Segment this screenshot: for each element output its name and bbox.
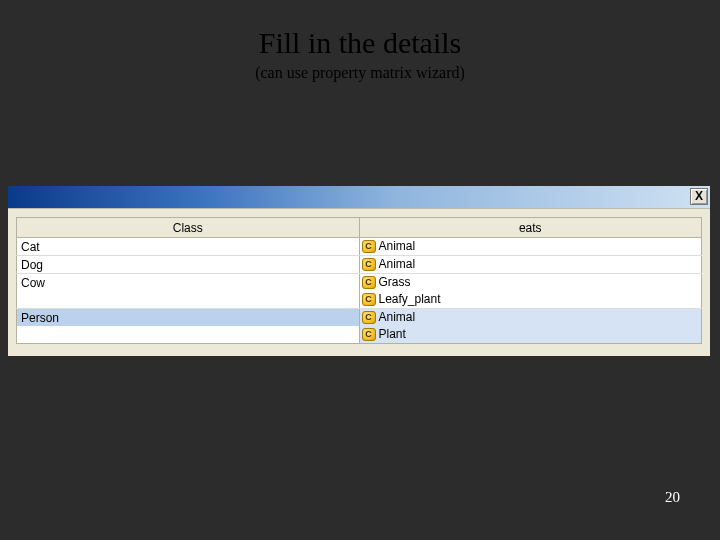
- eats-item[interactable]: CGrass: [360, 274, 702, 291]
- table-row[interactable]: CatCAnimal: [17, 238, 702, 256]
- class-icon-letter: C: [365, 313, 372, 322]
- property-matrix-window: X Class eats CatCAnimalDogCAnimalCowCGra…: [8, 186, 710, 356]
- eats-label: Animal: [379, 240, 416, 253]
- class-icon-letter: C: [365, 260, 372, 269]
- eats-item[interactable]: CAnimal: [360, 256, 702, 273]
- class-cell[interactable]: Cow: [17, 274, 359, 291]
- eats-label: Plant: [379, 328, 406, 341]
- page-number: 20: [665, 489, 680, 506]
- class-icon-letter: C: [365, 278, 372, 287]
- eats-label: Grass: [379, 276, 411, 289]
- eats-label: Animal: [379, 258, 416, 271]
- class-icon: C: [362, 293, 376, 306]
- eats-item[interactable]: CPlant: [360, 326, 702, 343]
- slide-subtitle: (can use property matrix wizard): [0, 64, 720, 82]
- class-icon: C: [362, 276, 376, 289]
- close-button[interactable]: X: [690, 188, 708, 205]
- eats-item[interactable]: CAnimal: [360, 238, 702, 255]
- class-cell[interactable]: Dog: [17, 256, 359, 273]
- eats-label: Animal: [379, 311, 416, 324]
- slide-title: Fill in the details: [0, 0, 720, 60]
- class-cell[interactable]: Cat: [17, 238, 359, 255]
- table-row[interactable]: DogCAnimal: [17, 256, 702, 274]
- table-row[interactable]: CowCGrassCLeafy_plant: [17, 274, 702, 309]
- column-header-eats[interactable]: eats: [359, 218, 702, 238]
- eats-item[interactable]: CLeafy_plant: [360, 291, 702, 308]
- class-icon-letter: C: [365, 295, 372, 304]
- window-client-area: Class eats CatCAnimalDogCAnimalCowCGrass…: [8, 208, 710, 356]
- eats-item[interactable]: CAnimal: [360, 309, 702, 326]
- class-icon: C: [362, 311, 376, 324]
- class-icon: C: [362, 258, 376, 271]
- table-row[interactable]: PersonCAnimalCPlant: [17, 309, 702, 344]
- property-matrix-table: Class eats CatCAnimalDogCAnimalCowCGrass…: [16, 217, 702, 344]
- class-icon: C: [362, 328, 376, 341]
- class-icon-letter: C: [365, 242, 372, 251]
- class-icon: C: [362, 240, 376, 253]
- eats-label: Leafy_plant: [379, 293, 441, 306]
- window-titlebar: X: [8, 186, 710, 208]
- class-cell[interactable]: Person: [17, 309, 359, 326]
- column-header-class[interactable]: Class: [17, 218, 360, 238]
- class-icon-letter: C: [365, 330, 372, 339]
